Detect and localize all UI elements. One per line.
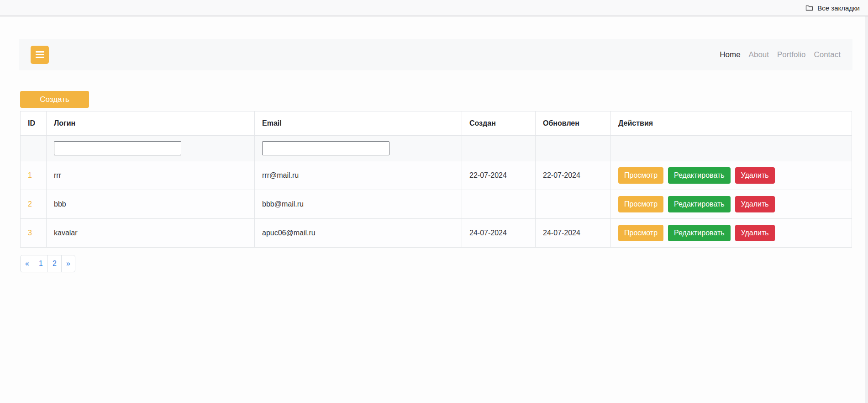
delete-button[interactable]: Удалить [735,225,775,241]
hamburger-icon [36,51,44,53]
users-table: ID Логин Email Создан Обновлен Действия … [20,111,852,248]
edit-button[interactable]: Редактировать [668,196,731,212]
nav-link-about[interactable]: About [749,50,769,59]
header-email: Email [255,111,462,136]
row-email: rrr@mail.ru [255,161,462,190]
view-button[interactable]: Просмотр [618,225,663,241]
edit-button[interactable]: Редактировать [668,167,731,184]
row-actions: ПросмотрРедактироватьУдалить [611,161,852,190]
table-row: 2 bbb bbb@mail.ru ПросмотрРедактироватьУ… [21,190,852,219]
view-button[interactable]: Просмотр [618,196,663,212]
header-id: ID [21,111,47,136]
delete-button[interactable]: Удалить [735,167,775,184]
nav-link-home[interactable]: Home [720,50,740,59]
row-id-link[interactable]: 1 [28,171,32,179]
row-updated: 22-07-2024 [536,161,611,190]
row-login: kavalar [47,219,255,248]
email-filter-input[interactable] [262,141,389,155]
pagination-page-2[interactable]: 2 [47,255,62,272]
edit-button[interactable]: Редактировать [668,225,731,241]
row-id-link[interactable]: 3 [28,229,32,237]
folder-icon [805,5,813,11]
nav-link-contact[interactable]: Contact [814,50,841,59]
header-actions: Действия [611,111,852,136]
browser-scrollbar[interactable] [865,16,868,403]
nav-link-portfolio[interactable]: Portfolio [777,50,805,59]
row-id-link[interactable]: 2 [28,200,32,208]
header-created: Создан [462,111,536,136]
row-actions: ПросмотрРедактироватьУдалить [611,190,852,219]
table-row: 1 rrr rrr@mail.ru 22-07-2024 22-07-2024 … [21,161,852,190]
filter-row [21,136,852,161]
navbar: Home About Portfolio Contact [19,39,852,70]
table-header-row: ID Логин Email Создан Обновлен Действия [21,111,852,136]
view-button[interactable]: Просмотр [618,167,663,184]
row-actions: ПросмотрРедактироватьУдалить [611,219,852,248]
pagination-page-1[interactable]: 1 [34,255,48,272]
row-login: bbb [47,190,255,219]
header-login: Логин [47,111,255,136]
table-body: 1 rrr rrr@mail.ru 22-07-2024 22-07-2024 … [21,161,852,248]
login-filter-input[interactable] [54,141,181,155]
header-updated: Обновлен [536,111,611,136]
row-login: rrr [47,161,255,190]
pagination-next[interactable]: » [61,255,75,272]
menu-toggle-button[interactable] [31,46,49,64]
pagination: «12» [20,255,868,272]
row-email: bbb@mail.ru [255,190,462,219]
delete-button[interactable]: Удалить [735,196,775,212]
row-created [462,190,536,219]
pagination-prev[interactable]: « [20,255,34,272]
row-updated [536,190,611,219]
table-row: 3 kavalar apuc06@mail.ru 24-07-2024 24-0… [21,219,852,248]
row-updated: 24-07-2024 [536,219,611,248]
bookmarks-label[interactable]: Все закладки [817,4,860,12]
nav-links: Home About Portfolio Contact [720,50,841,59]
row-created: 22-07-2024 [462,161,536,190]
row-email: apuc06@mail.ru [255,219,462,248]
row-created: 24-07-2024 [462,219,536,248]
bookmarks-bar: Все закладки [0,0,868,16]
create-button[interactable]: Создать [20,91,89,108]
